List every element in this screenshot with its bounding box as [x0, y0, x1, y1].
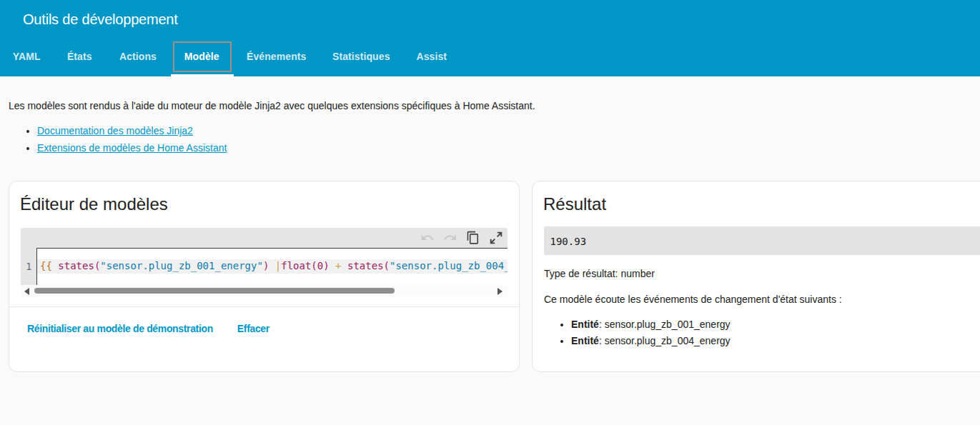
tab-label: Événements	[247, 51, 306, 62]
code-token-op: |	[275, 260, 281, 271]
scrollbar-thumb[interactable]	[34, 288, 395, 294]
copy-icon	[466, 231, 480, 245]
tab-label: États	[67, 51, 92, 62]
code-token-str: "sensor.plug_zb_001_energy"	[100, 260, 263, 271]
header-toolbar: Outils de développement	[0, 0, 980, 41]
horizontal-scrollbar[interactable]	[21, 285, 508, 296]
result-card: Résultat 190.93 Type de résultat: number…	[532, 181, 980, 372]
page-title: Outils de développement	[23, 11, 178, 28]
code-line: {{ states("sensor.plug_zb_001_energy") |…	[37, 259, 508, 274]
tab-label: Actions	[119, 51, 157, 62]
result-type-text: Type de résultat: number	[544, 266, 980, 281]
tab-statistiques[interactable]: Statistiques	[320, 41, 403, 76]
tab-label: Statistiques	[332, 51, 390, 62]
code-token-str: "sensor.plug_zb_004_	[390, 260, 508, 271]
intro-text: Les modèles sont rendus à l'aide du mote…	[9, 99, 971, 113]
tab-modele[interactable]: Modèle	[170, 41, 234, 76]
result-value: 190.93	[544, 236, 586, 247]
reset-demo-template-button[interactable]: Réinitialiser au modèle de démonstration	[21, 316, 219, 341]
copy-button[interactable]	[462, 228, 485, 248]
tab-etats[interactable]: États	[54, 41, 107, 76]
main-content: Les modèles sont rendus à l'aide du mote…	[0, 99, 980, 372]
app-header: Outils de développement YAMLÉtatsActions…	[0, 0, 980, 76]
code-area[interactable]: {{ states("sensor.plug_zb_001_energy") |…	[36, 248, 508, 285]
editor-card-title: Éditeur de modèles	[9, 181, 519, 214]
intro-link-item: Extensions de modèles de Home Assistant	[37, 140, 980, 157]
code-token-plain	[269, 260, 274, 271]
listener-entity-label: Entité	[571, 319, 599, 330]
code-token-op: +	[335, 260, 341, 271]
tab-yaml[interactable]: YAML	[0, 41, 54, 76]
editor-card-actions: Réinitialiser au modèle de démonstration…	[9, 307, 519, 341]
code-editor[interactable]: 1 {{ states("sensor.plug_zb_001_energy")…	[21, 228, 508, 296]
editor-body[interactable]: 1 {{ states("sensor.plug_zb_001_energy")…	[21, 248, 508, 285]
code-token-paren: (	[311, 260, 317, 271]
listeners-list: Entité: sensor.plug_zb_001_energyEntité:…	[533, 316, 980, 350]
tab-actions[interactable]: Actions	[106, 41, 170, 76]
result-card-title: Résultat	[533, 181, 980, 214]
undo-icon	[420, 231, 435, 245]
tab-focus-ring	[173, 41, 232, 72]
code-token-fn: states	[347, 260, 384, 271]
active-tab-indicator	[171, 74, 234, 76]
editor-toolbar	[21, 228, 508, 248]
redo-icon	[443, 231, 457, 245]
cards-row: Éditeur de modèles	[9, 181, 980, 372]
template-editor-card: Éditeur de modèles	[9, 181, 520, 372]
tab-label: YAML	[13, 51, 41, 62]
result-output-box: 190.93	[544, 226, 980, 255]
scroll-right-arrow-icon[interactable]	[498, 288, 503, 295]
tab-assist[interactable]: Assist	[403, 41, 461, 76]
clear-button[interactable]: Effacer	[232, 316, 275, 341]
code-token-brace: {{	[40, 260, 58, 271]
tab-label: Assist	[416, 51, 447, 62]
expand-button[interactable]	[485, 228, 508, 248]
tab-bar: YAMLÉtatsActionsModèleÉvénementsStatisti…	[0, 41, 980, 76]
undo-button[interactable]	[416, 228, 439, 248]
code-token-num: 0	[317, 260, 323, 271]
listeners-intro-text: Ce modèle écoute les événements de chang…	[544, 292, 980, 306]
listener-entity-label: Entité	[571, 335, 599, 346]
doc-link-0[interactable]: Documentation des modèles Jinja2	[37, 125, 193, 136]
code-token-fn: states	[58, 260, 94, 271]
listener-entity-item: Entité: sensor.plug_zb_001_energy	[571, 316, 980, 334]
redo-button[interactable]	[439, 228, 462, 248]
listener-entity-item: Entité: sensor.plug_zb_004_energy	[571, 333, 980, 350]
line-number-gutter: 1	[21, 248, 36, 285]
tab-evenements[interactable]: Événements	[234, 41, 320, 76]
intro-link-item: Documentation des modèles Jinja2	[37, 123, 980, 140]
expand-icon	[488, 230, 504, 246]
code-token-paren: )	[323, 260, 329, 271]
code-token-plain	[342, 260, 347, 271]
scroll-left-arrow-icon[interactable]	[24, 288, 29, 295]
doc-link-1[interactable]: Extensions de modèles de Home Assistant	[37, 142, 227, 154]
code-token-plain	[330, 260, 335, 271]
code-token-paren: (	[384, 260, 390, 271]
code-token-fn: float	[281, 260, 311, 271]
intro-links: Documentation des modèles Jinja2Extensio…	[0, 123, 980, 156]
